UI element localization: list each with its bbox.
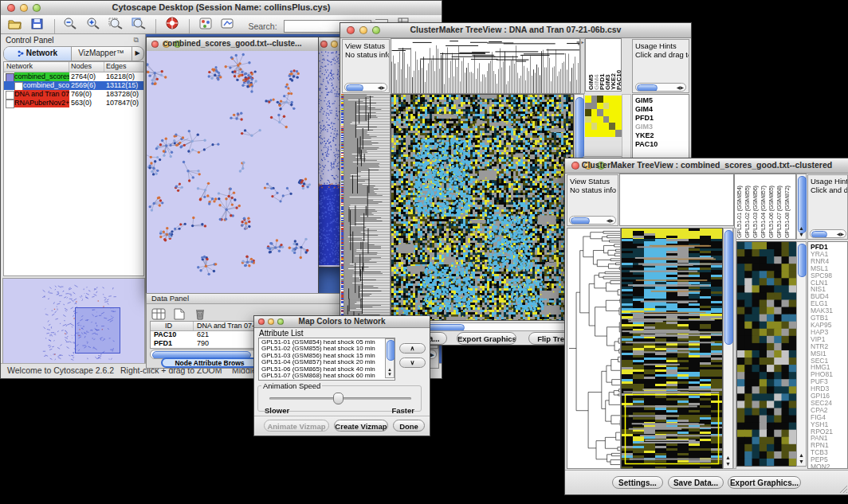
- tv1-usage-hints: Usage Hints Click and drag to ◀▶: [632, 39, 689, 93]
- animation-speed-label: Animation Speed: [261, 381, 322, 390]
- network-table: Network Nodes Edges combined_scores_2764…: [3, 61, 144, 276]
- data-col-id[interactable]: ID: [165, 322, 172, 330]
- new-attribute-icon[interactable]: [171, 306, 188, 322]
- move-down-button[interactable]: ∨: [399, 357, 426, 368]
- overview-selection-rect[interactable]: [75, 307, 120, 354]
- toolbar-separator: [54, 19, 55, 33]
- network-nodes-count: 2764(0): [71, 72, 96, 81]
- attribute-list-item[interactable]: GPL51-07 (GSM868) heat shock 60 min: [261, 373, 383, 379]
- tv1-gene-label[interactable]: PAC10: [635, 140, 689, 149]
- tv2-column-labels: GPL51-01 (GSM854)GPL51-02 (GSM855)GPL51-…: [734, 174, 796, 240]
- tv1-column-labels: GIM5GIM4PFD1GIM3YKE2PAC10: [585, 38, 622, 92]
- tv2-zoom-vscrollbar[interactable]: ▲▼: [796, 241, 807, 467]
- animation-speed-group: Animation Speed Slower Faster: [257, 381, 422, 412]
- tv2-save-data-button[interactable]: Save Data...: [668, 476, 724, 489]
- tv1-gene-label[interactable]: YKE2: [635, 131, 689, 140]
- create-vizmap-button[interactable]: Create Vizmap: [334, 420, 388, 432]
- tv2-labels-vscrollbar[interactable]: ▲▼: [796, 174, 807, 240]
- tv2-gene-list[interactable]: PFD1YRA1RNR4MSL1SPC98CLN1NIS1BUD4ELG1MAK…: [807, 241, 848, 469]
- tv2-array-label: GPL51-08 (GSM872): [783, 174, 791, 238]
- main-titlebar[interactable]: Cytoscape Desktop (Session Name: collins…: [1, 1, 442, 16]
- network-name[interactable]: combined_sco: [23, 81, 69, 90]
- network-table-header: Network Nodes Edges: [4, 62, 143, 72]
- toolbar-separator: [155, 19, 156, 33]
- network-overview-panel[interactable]: [2, 278, 145, 368]
- done-button[interactable]: Done: [393, 420, 425, 432]
- save-session-icon[interactable]: [28, 16, 45, 32]
- tv2-column-dendrogram[interactable]: [619, 174, 734, 226]
- resize-grip-icon[interactable]: [838, 484, 848, 494]
- tv1-export-graphics-button[interactable]: Export Graphics...: [457, 332, 516, 345]
- desktop: Cytoscape Desktop (Session Name: collins…: [0, 0, 848, 504]
- tv1-gene-label[interactable]: GIM5: [635, 96, 689, 105]
- vizmapper-icon[interactable]: [197, 16, 214, 32]
- minimize-icon[interactable]: [331, 41, 338, 48]
- zoom-out-icon[interactable]: [61, 15, 79, 31]
- help-lifering-icon[interactable]: [163, 15, 181, 31]
- network-view-window[interactable]: combined_scores_good.txt--cluste...: [146, 37, 319, 295]
- tv2-status-scrollbar[interactable]: ◀▶: [569, 216, 616, 225]
- tv1-similarity-heatmap[interactable]: [585, 96, 622, 137]
- col-network[interactable]: Network: [6, 62, 33, 70]
- network-list-row[interactable]: RNAPuberNov2+563(0)107847(0): [4, 99, 143, 107]
- network-list-row[interactable]: combined_scores_2764(0)16218(0): [4, 72, 143, 81]
- float-panel-icon[interactable]: ⧉: [134, 36, 139, 45]
- annotation-icon[interactable]: [219, 16, 237, 32]
- tv2-gene-label[interactable]: MON2: [811, 463, 847, 469]
- zoom-selected-icon[interactable]: [130, 15, 147, 31]
- tv1-array-label: PAC10: [615, 39, 621, 90]
- open-session-icon[interactable]: [6, 16, 23, 32]
- slider-faster-label: Faster: [391, 406, 414, 415]
- tv1-gene-label[interactable]: GIM4: [635, 105, 689, 114]
- close-icon[interactable]: [320, 41, 328, 48]
- tv1-hints-scrollbar[interactable]: ◀▶: [635, 83, 686, 92]
- network-name[interactable]: RNAPuberNov2+: [14, 99, 69, 107]
- map-dialog-title: Map Colors to Network: [254, 317, 430, 326]
- network-canvas-area[interactable]: [147, 51, 318, 295]
- tv2-settings-button[interactable]: Settings...: [612, 476, 663, 489]
- tv1-gene-label[interactable]: GIM3: [635, 123, 689, 131]
- tv1-array-label: GIM5: [587, 39, 593, 90]
- tv2-usage-hints: Usage Hints Click and drag ◀▶: [807, 174, 848, 240]
- tv2-hints-scrollbar[interactable]: ◀▶: [810, 229, 846, 238]
- tv2-export-graphics-button[interactable]: Export Graphics...: [728, 476, 801, 489]
- tv1-heatmap[interactable]: [391, 94, 574, 321]
- animate-vizmap-button[interactable]: Animate Vizmap: [264, 420, 329, 432]
- select-attributes-icon[interactable]: [150, 306, 167, 322]
- network-list-row[interactable]: combined_sco2569(6)13112(15): [4, 81, 143, 90]
- tab-overflow-button[interactable]: ▶: [132, 47, 143, 61]
- tv1-column-dendrogram[interactable]: [391, 38, 580, 94]
- node-attribute-browser-button[interactable]: Node Attribute Brows: [161, 357, 258, 368]
- control-panel-tabs: Network VizMapper™ ▶: [3, 46, 144, 61]
- document-icon: [6, 100, 14, 108]
- attribute-list-vscrollbar[interactable]: ▲▼: [385, 338, 395, 378]
- network-name[interactable]: DNA and Tran 07: [14, 90, 69, 99]
- animation-slider-thumb[interactable]: [333, 393, 344, 404]
- tv2-heatmap[interactable]: [621, 228, 723, 469]
- tab-network[interactable]: Network: [4, 47, 72, 61]
- col-edges[interactable]: Edges: [106, 62, 127, 70]
- tv1-gene-label[interactable]: PFD1: [635, 114, 689, 123]
- network-name[interactable]: combined_scores_: [14, 72, 69, 81]
- map-colors-dialog[interactable]: Map Colors to Network Attribute List GPL…: [253, 315, 430, 436]
- network-edges-count: 183728(0): [106, 90, 139, 99]
- tv2-heatmap-vscrollbar[interactable]: ▲▼: [723, 228, 733, 469]
- control-panel-header: Control Panel: [6, 36, 54, 45]
- col-nodes[interactable]: Nodes: [71, 62, 92, 70]
- tv1-status-scrollbar[interactable]: ◀▶: [344, 83, 387, 92]
- attribute-listbox[interactable]: GPL51-01 (GSM854) heat shock 05 minGPL51…: [258, 338, 395, 381]
- treeview2-window[interactable]: ClusterMaker TreeView : combined_scores_…: [564, 158, 848, 495]
- treeview2-title: ClusterMaker TreeView : combined_scores_…: [565, 160, 848, 170]
- tv2-row-dendrogram[interactable]: [567, 228, 621, 469]
- delete-attribute-icon[interactable]: [191, 306, 209, 322]
- tv2-array-label: GPL51-03 (GSM856): [752, 174, 760, 238]
- zoom-fit-icon[interactable]: [107, 15, 124, 31]
- tv1-row-dendrogram[interactable]: [344, 94, 391, 321]
- network-list-row[interactable]: DNA and Tran 07769(0)183728(0): [4, 90, 143, 99]
- network-nodes-count: 769(0): [71, 90, 92, 99]
- zoom-in-icon[interactable]: [84, 15, 102, 31]
- status-welcome: Welcome to Cytoscape 2.6.2: [7, 364, 114, 377]
- move-up-button[interactable]: ∧: [399, 343, 426, 354]
- tv2-zoom-heatmap[interactable]: [736, 241, 797, 467]
- tab-vizmapper[interactable]: VizMapper™: [71, 47, 132, 61]
